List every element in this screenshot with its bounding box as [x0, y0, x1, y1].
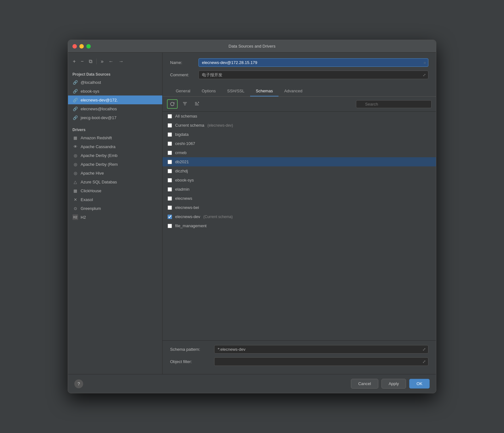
expand-button[interactable]: » [99, 58, 105, 65]
divider [96, 59, 97, 64]
copy-button[interactable]: ⧉ [87, 58, 94, 65]
name-row: Name: ○ [170, 58, 428, 67]
sort-button[interactable] [192, 100, 202, 109]
comment-input-wrap: ⤢ [198, 71, 428, 79]
add-button[interactable]: + [71, 58, 77, 65]
expand-object-filter-button[interactable]: ⤢ [422, 359, 426, 364]
tab-schemas[interactable]: Schemas [250, 86, 278, 96]
schemas-panel: 🔍 All schemas Current schema (elecnews- [163, 97, 436, 374]
tab-options[interactable]: Options [196, 86, 221, 96]
schema-checkbox-db2021[interactable] [168, 160, 172, 164]
schema-search-input[interactable] [356, 100, 432, 108]
schema-checkbox-ebook-sys[interactable] [168, 178, 172, 182]
schema-item-elecnews-dev[interactable]: elecnews-dev (Current schema) [163, 212, 436, 221]
tabs: General Options SSH/SSL Schemas Advanced [163, 86, 436, 97]
tab-ssh-ssl[interactable]: SSH/SSL [221, 86, 250, 96]
schema-checkbox-diczhdj[interactable] [168, 169, 172, 173]
tab-general[interactable]: General [170, 86, 196, 96]
sidebar-item-exasol[interactable]: ✕ Exasol [68, 195, 162, 204]
sidebar-item-localhost[interactable]: 🔗 @localhost [68, 78, 162, 87]
schema-item-eladmin[interactable]: eladmin [163, 185, 436, 194]
sidebar-item-azure-sql[interactable]: △ Azure SQL Databas [68, 177, 162, 186]
schema-label: diczhdj [175, 169, 188, 173]
window-title: Data Sources and Drivers [229, 44, 276, 49]
schema-label: elecnews [175, 196, 192, 201]
db-icon: 🔗 [72, 106, 78, 112]
sidebar-item-label: Exasol [81, 197, 93, 202]
driver-icon: ◎ [72, 170, 78, 176]
name-input[interactable] [198, 58, 428, 67]
driver-icon: ▦ [72, 135, 78, 141]
schema-item-elecnews[interactable]: elecnews [163, 194, 436, 203]
back-button[interactable]: ← [107, 58, 115, 65]
schema-checkbox-file-management[interactable] [168, 224, 172, 228]
apply-button[interactable]: Apply [381, 379, 406, 389]
comment-input[interactable] [198, 71, 428, 79]
sidebar-item-apache-hive[interactable]: ◎ Apache Hive [68, 169, 162, 177]
schema-label: ceshi-1067 [175, 141, 195, 146]
schema-checkbox-ceshi[interactable] [168, 141, 172, 146]
tab-advanced[interactable]: Advanced [278, 86, 308, 96]
sidebar-toolbar: + − ⧉ » ← → [68, 56, 162, 67]
db-icon: 🔗 [72, 79, 78, 85]
refresh-button[interactable] [167, 99, 178, 109]
close-button[interactable] [72, 44, 77, 49]
ok-button[interactable]: OK [409, 379, 430, 389]
cancel-button[interactable]: Cancel [351, 379, 378, 389]
remove-button[interactable]: − [79, 58, 85, 65]
title-bar: Data Sources and Drivers [68, 40, 436, 53]
driver-icon: ◎ [72, 161, 78, 167]
schema-item-ceshi[interactable]: ceshi-1067 [163, 139, 436, 148]
sidebar-item-elecnews-local[interactable]: 🔗 elecnews@localhos [68, 104, 162, 113]
sidebar-item-label: Amazon Redshift [81, 136, 112, 140]
sidebar-item-clickhouse[interactable]: ▦ ClickHouse [68, 186, 162, 195]
schema-checkbox-elecnews-bei[interactable] [168, 205, 172, 210]
schema-item-crmeb[interactable]: crmeb [163, 148, 436, 157]
schema-pattern-label: Schema pattern: [170, 347, 214, 352]
schema-item-db2021[interactable]: db2021 [163, 157, 436, 166]
minimize-button[interactable] [79, 44, 84, 49]
sidebar-item-apache-derby-emb[interactable]: ◎ Apache Derby (Emb [68, 151, 162, 160]
schema-checkbox-all[interactable] [168, 114, 172, 118]
sidebar-item-apache-derby-rem[interactable]: ◎ Apache Derby (Rem [68, 160, 162, 169]
sidebar-item-label: Greenplum [81, 206, 101, 211]
schema-item-diczhdj[interactable]: diczhdj [163, 166, 436, 176]
sidebar-item-amazon-redshift[interactable]: ▦ Amazon Redshift [68, 133, 162, 142]
expand-schema-pattern-button[interactable]: ⤢ [422, 347, 426, 352]
schema-checkbox-eladmin[interactable] [168, 187, 172, 192]
sidebar-item-greenplum[interactable]: ⊙ Greenplum [68, 204, 162, 213]
drivers-section: Drivers ▦ Amazon Redshift 👁 Apache Cassa… [68, 125, 162, 222]
schema-item-elecnews-bei[interactable]: elecnews-bei [163, 203, 436, 212]
schema-label: db2021 [175, 159, 189, 164]
schema-checkbox-elecnews[interactable] [168, 196, 172, 201]
object-filter-input[interactable] [214, 357, 428, 366]
sidebar-item-elecnews-dev[interactable]: 🔗 elecnews-dev@172. [68, 95, 162, 104]
schema-item-ebook-sys[interactable]: ebook-sys [163, 176, 436, 185]
schema-item-file-management[interactable]: file_management [163, 221, 436, 230]
filter-button[interactable] [180, 100, 190, 109]
schema-pattern-input[interactable] [214, 345, 428, 354]
schema-label: Current schema [175, 123, 204, 128]
sidebar-item-apache-cassandra[interactable]: 👁 Apache Cassandra [68, 142, 162, 151]
sidebar-item-jeecg[interactable]: 🔗 jeecg-boot-dev@17 [68, 113, 162, 122]
expand-icon: ⤢ [423, 73, 426, 77]
schema-item-all[interactable]: All schemas [163, 112, 436, 121]
help-button[interactable]: ? [74, 379, 83, 388]
schema-checkbox-crmeb[interactable] [168, 151, 172, 155]
sidebar-item-ebook-sys[interactable]: 🔗 ebook-sys [68, 87, 162, 95]
schema-tag: (elecnews-dev) [207, 123, 233, 128]
schema-item-bigdata[interactable]: bigdata [163, 130, 436, 139]
maximize-button[interactable] [86, 44, 91, 49]
schema-item-current[interactable]: Current schema (elecnews-dev) [163, 121, 436, 130]
sidebar-item-h2[interactable]: H2 H2 [68, 213, 162, 222]
sidebar-item-label: Apache Hive [81, 171, 104, 176]
driver-icon: ◎ [72, 153, 78, 158]
schema-checkbox-bigdata[interactable] [168, 132, 172, 137]
name-label: Name: [170, 60, 198, 65]
forward-button[interactable]: → [117, 58, 125, 65]
schema-tag: (Current schema) [203, 215, 233, 219]
schema-checkbox-elecnews-dev[interactable] [168, 215, 172, 219]
schema-checkbox-current[interactable] [168, 123, 172, 128]
object-filter-label: Object filter: [170, 359, 214, 364]
sidebar-item-label: elecnews-dev@172. [81, 98, 118, 102]
